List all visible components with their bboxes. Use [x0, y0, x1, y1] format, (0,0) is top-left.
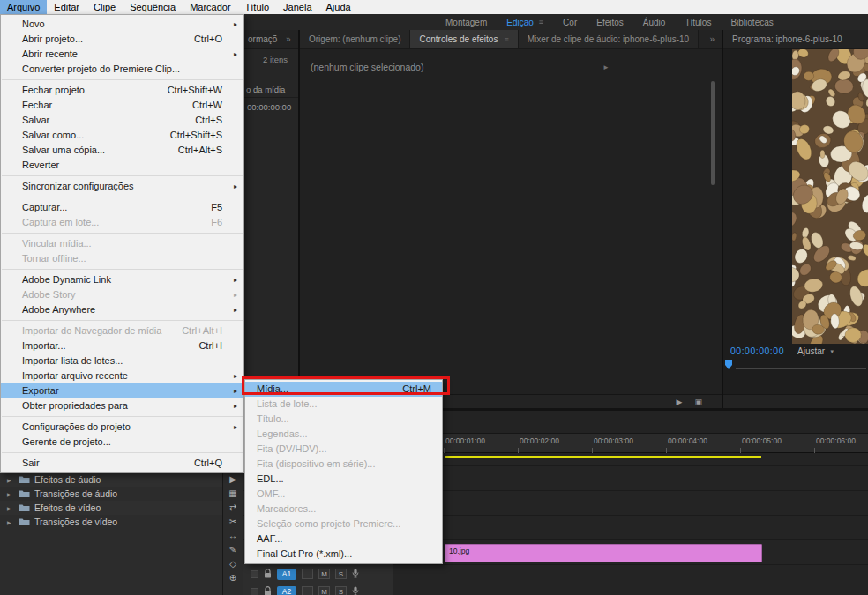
selection-tool-icon[interactable]: ▶ [223, 472, 243, 487]
file-menu-item[interactable]: Converter projeto do Premiere Clip... [1, 62, 243, 77]
expand-triangle-icon[interactable]: ▶ [7, 505, 14, 511]
solo-button[interactable]: S [335, 569, 347, 579]
tab-effect-controls[interactable]: Controles de efeitos ≡ [410, 30, 518, 48]
bin-row[interactable]: ▶Efeitos de áudio [0, 472, 222, 487]
export-submenu-item[interactable]: Mídia...Ctrl+M [245, 382, 442, 397]
file-menu-item[interactable]: Capturar...F5 [1, 200, 243, 215]
expand-triangle-icon[interactable]: ▶ [7, 477, 14, 483]
timeline-clip[interactable]: 10.jpg [445, 544, 762, 562]
export-submenu-item[interactable]: EDL... [245, 472, 442, 487]
menu-bar: ArquivoEditarClipeSequênciaMarcadorTítul… [0, 0, 868, 14]
file-menu-item[interactable]: Salvar uma cópia...Ctrl+Alt+S [1, 143, 243, 158]
menubar-item[interactable]: Janela [276, 0, 318, 14]
workspace-tab[interactable]: Bibliotecas [730, 18, 773, 27]
file-menu-item[interactable]: Salvar como...Ctrl+Shift+S [1, 128, 243, 143]
menubar-item[interactable]: Ajuda [319, 0, 358, 14]
header-collapse-icon[interactable]: ► [602, 63, 610, 73]
bin-row[interactable]: ▶Transições de vídeo [0, 515, 222, 529]
zoom-tool-icon[interactable]: ⊕ [223, 571, 243, 585]
track-control-box[interactable] [251, 588, 258, 595]
workspace-tab[interactable]: Áudio [643, 18, 666, 27]
tab-program[interactable]: Programa: iphone-6-plus-10 [723, 30, 851, 48]
file-menu-item[interactable]: Sincronizar configurações▸ [1, 179, 243, 194]
slip-tool-icon[interactable]: ↔ [223, 529, 243, 543]
track-control-box[interactable] [251, 570, 258, 578]
panel-divider[interactable] [298, 30, 300, 408]
bin-row[interactable]: ▶Transições de áudio [0, 487, 222, 501]
project-panel-tab-fragment[interactable]: ormaçõ [248, 34, 277, 45]
panel-divider[interactable] [722, 30, 723, 408]
menubar-item[interactable]: Clipe [86, 0, 123, 14]
ruler-timecode-label: 00:00:01:00 [445, 436, 485, 445]
hand-tool-icon[interactable]: ◇ [223, 557, 243, 571]
ripple-edit-tool-icon[interactable]: ⇄ [223, 501, 243, 515]
voiceover-mic-icon[interactable] [352, 566, 359, 582]
export-submenu-item[interactable]: Final Cut Pro (*.xml)... [245, 547, 442, 562]
track-output-button[interactable] [302, 586, 313, 595]
file-menu-item[interactable]: Abrir projeto...Ctrl+O [1, 32, 243, 47]
expand-triangle-icon[interactable]: ▶ [7, 519, 14, 525]
panel-menu-icon[interactable]: ≡ [504, 30, 508, 49]
file-menu-item[interactable]: Adobe Dynamic Link▸ [1, 272, 243, 287]
file-menu-item[interactable]: Importar...Ctrl+I [1, 338, 243, 353]
bin-row[interactable]: ▶Efeitos de vídeo [0, 501, 222, 515]
program-scrollbar[interactable] [736, 368, 866, 369]
voiceover-mic-icon[interactable] [352, 584, 359, 595]
file-menu-item[interactable]: Abrir recente▸ [1, 47, 243, 62]
export-submenu-item: Fita (DV/HDV)... [245, 442, 442, 457]
tab-overflow-icon[interactable]: » [709, 30, 722, 48]
menu-separator [2, 416, 243, 417]
file-menu-item[interactable]: Obter propriedades para▸ [1, 398, 243, 413]
work-area-bar[interactable] [445, 456, 761, 458]
mute-button[interactable]: M [318, 569, 330, 579]
file-menu-item[interactable]: Reverter [1, 158, 243, 173]
file-menu-item[interactable]: Importar lista de lotes... [1, 353, 243, 368]
file-menu-item[interactable]: Configurações do projeto▸ [1, 420, 243, 435]
scrollbar[interactable] [711, 81, 715, 185]
track-select-tool-icon[interactable]: ▦ [223, 487, 243, 501]
workspace-tab[interactable]: Cor [563, 18, 577, 27]
solo-button[interactable]: S [335, 586, 347, 595]
file-menu-item[interactable]: Novo▸ [1, 17, 243, 32]
workspace-tab[interactable]: Efeitos [596, 18, 624, 27]
lock-icon[interactable] [264, 566, 272, 582]
export-frame-icon[interactable]: ▣ [694, 398, 702, 406]
mute-button[interactable]: M [318, 586, 330, 595]
menu-item-label: OMF... [257, 487, 285, 502]
razor-tool-icon[interactable]: ✂ [223, 515, 243, 529]
menubar-item[interactable]: Editar [47, 0, 86, 14]
workspace-tab[interactable]: Títulos [685, 18, 711, 27]
file-menu-item[interactable]: Importar arquivo recente▸ [1, 368, 243, 383]
playhead-marker[interactable] [725, 360, 732, 369]
file-menu-item[interactable]: Adobe Anywhere▸ [1, 302, 243, 317]
workspace-tab[interactable]: Edição≡ [506, 18, 543, 27]
panel-overflow-icon[interactable]: » [286, 34, 291, 45]
play-around-icon[interactable]: ▶ [677, 398, 683, 406]
project-column-header[interactable]: o da mídia [246, 85, 285, 95]
menubar-item[interactable]: Sequência [123, 0, 183, 14]
pen-tool-icon[interactable]: ✎ [223, 543, 243, 557]
expand-triangle-icon[interactable]: ▶ [7, 491, 14, 497]
panel-menu-icon[interactable]: ≡ [539, 18, 543, 26]
menubar-item[interactable]: Arquivo [0, 0, 47, 14]
export-submenu-item[interactable]: AAF... [245, 532, 442, 547]
tab-source[interactable]: Origem: (nenhum clipe) [300, 30, 410, 48]
file-menu-item[interactable]: Gerente de projeto... [1, 435, 243, 450]
menubar-item[interactable]: Marcador [183, 0, 237, 14]
file-menu-item[interactable]: SalvarCtrl+S [1, 113, 243, 128]
premiere-window: ArquivoEditarClipeSequênciaMarcadorTítul… [0, 0, 868, 595]
tab-audio-mixer[interactable]: Mixer de clipe de áudio: iphone-6-plus-1… [519, 30, 699, 48]
menu-item-label: Fechar projeto [22, 83, 85, 98]
fit-dropdown[interactable]: Ajustar ▼ [797, 346, 834, 356]
track-badge[interactable]: A1 [277, 569, 296, 580]
lock-icon[interactable] [264, 584, 272, 595]
file-menu-item[interactable]: FecharCtrl+W [1, 98, 243, 113]
workspace-tab[interactable]: Montagem [445, 18, 487, 27]
file-menu-item[interactable]: SairCtrl+Q [1, 456, 243, 471]
track-badge[interactable]: A2 [277, 586, 296, 595]
file-menu-item[interactable]: Exportar▸ [1, 383, 243, 398]
file-menu-item[interactable]: Fechar projetoCtrl+Shift+W [1, 83, 243, 98]
track-output-button[interactable] [302, 569, 313, 579]
program-timecode[interactable]: 00:00:00:00 [730, 346, 784, 356]
menubar-item[interactable]: Título [238, 0, 277, 14]
